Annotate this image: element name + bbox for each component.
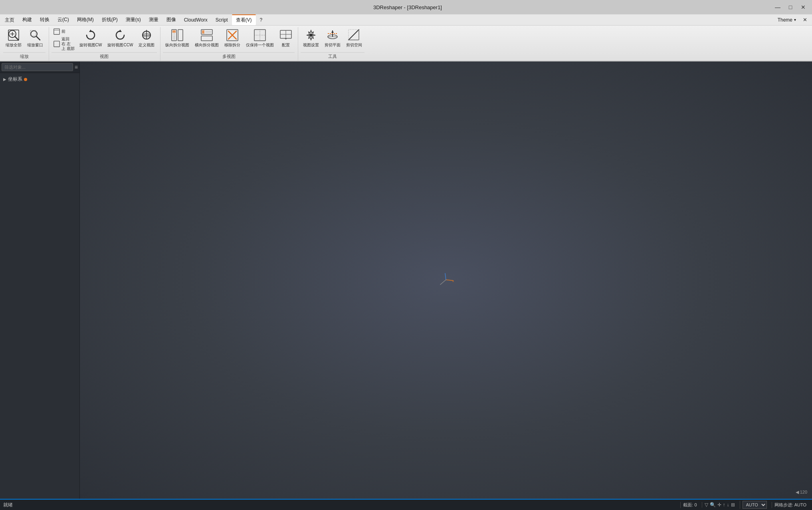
ribbon-close-button[interactable]: ✕	[800, 16, 810, 24]
menu-item-transform[interactable]: 转换	[36, 14, 53, 25]
menu-item-mesh[interactable]: 网格(M)	[73, 14, 98, 25]
remove-split-icon	[226, 29, 239, 42]
menu-item-image[interactable]: 图像	[162, 14, 180, 25]
clip-plane-icon	[326, 29, 339, 42]
maximize-button[interactable]: □	[785, 2, 796, 12]
view-group-label: 视图	[51, 52, 157, 61]
view-front-button[interactable]: 前	[51, 27, 76, 36]
status-right: 截面: 0 ▽ 🔍 ✛ ↑ ↓ ⊞ AUTO 网格步进: AUTO	[680, 501, 809, 509]
view-settings-label: 视图设置	[303, 43, 319, 48]
auto-select[interactable]: AUTO	[743, 501, 767, 509]
keep-one-icon	[254, 29, 266, 42]
rotate-ccw-label: 旋转视图CCW	[107, 43, 133, 48]
down-icon[interactable]: ↓	[727, 502, 729, 508]
ribbon-zoom-items: 缩放全部 缩放窗口	[3, 27, 46, 52]
status-bar: 就绪 截面: 0 ▽ 🔍 ✛ ↑ ↓ ⊞ AUTO 网格步进: AUTO	[0, 499, 812, 510]
zoom-all-button[interactable]: 缩放全部	[3, 27, 24, 49]
ribbon-multiview-items: 纵向拆分视图 横向拆分视图	[163, 27, 295, 52]
zoom-window-button[interactable]: 缩放窗口	[25, 27, 46, 49]
minimize-button[interactable]: —	[772, 2, 783, 12]
define-view-label: 定义视图	[139, 43, 154, 48]
svg-marker-17	[146, 30, 147, 32]
auto-section: AUTO	[740, 501, 769, 509]
tree-dot-icon	[24, 78, 27, 81]
ribbon-group-tools: 视图设置 剪切平面	[299, 27, 368, 61]
ribbon-group-multiview: 纵向拆分视图 横向拆分视图	[161, 27, 298, 61]
menu-item-cloud[interactable]: 云(C)	[53, 14, 73, 25]
config-button[interactable]: 配置	[277, 27, 295, 49]
close-button[interactable]: ✕	[798, 2, 809, 12]
keep-one-button[interactable]: 仅保持一个视图	[244, 27, 276, 49]
clip-space-button[interactable]: 剪切空间	[344, 27, 364, 49]
title-bar: 3DReshaper - [3DReshaper1] — □ ✕	[0, 0, 812, 14]
svg-rect-25	[202, 30, 204, 34]
view-settings-icon	[305, 29, 317, 42]
split-horizontal-button[interactable]: 横向拆分视图	[192, 27, 221, 49]
svg-line-1	[15, 36, 18, 40]
menu-item-home[interactable]: 主页	[1, 14, 18, 25]
svg-marker-11	[89, 30, 92, 32]
split-horizontal-icon	[200, 29, 213, 42]
ribbon-content: 缩放全部 缩放窗口 缩放	[0, 26, 812, 61]
tools-group-label: 工具	[301, 52, 364, 61]
rotate-cw-button[interactable]: 旋转视图CW	[77, 27, 105, 49]
up-icon[interactable]: ↑	[723, 502, 725, 508]
menu-item-polyline[interactable]: 折线(P)	[98, 14, 122, 25]
tree-item-coordinate[interactable]: ▶ 坐标系	[2, 75, 78, 84]
grid-icon[interactable]: ⊞	[731, 502, 735, 508]
zoom-window-label: 缩放窗口	[27, 43, 43, 48]
split-vertical-icon	[171, 29, 184, 42]
menu-item-measure-s[interactable]: 测量(s)	[122, 14, 145, 25]
svg-line-48	[445, 273, 446, 280]
multiview-group-label: 多视图	[163, 52, 295, 61]
section-count: 截面: 0	[680, 502, 699, 508]
theme-button[interactable]: Theme ▾	[774, 16, 799, 24]
svg-line-6	[36, 36, 40, 40]
view-back-button[interactable]: 返回右 左上 底部	[51, 36, 76, 52]
remove-split-button[interactable]: 移除拆分	[222, 27, 243, 49]
menu-item-help[interactable]: ?	[256, 14, 267, 25]
zoom-window-icon	[29, 29, 42, 42]
view-front-label: 前	[61, 29, 65, 34]
define-view-button[interactable]: 定义视图	[136, 27, 157, 49]
sidebar-filter: ≡	[0, 62, 79, 73]
ribbon-group-view: 前 返回右 左上 底部	[50, 27, 160, 61]
keep-one-label: 仅保持一个视图	[246, 43, 274, 48]
svg-rect-8	[54, 29, 59, 34]
menu-item-build[interactable]: 构建	[18, 14, 36, 25]
clip-space-label: 剪切空间	[346, 43, 362, 48]
viewport[interactable]: x ◀ 120	[80, 62, 812, 499]
search-status-icon[interactable]: 🔍	[710, 502, 716, 508]
filter-input[interactable]	[2, 63, 73, 71]
svg-rect-24	[201, 36, 212, 41]
viewport-axis: x	[438, 272, 454, 289]
filter-icon[interactable]: ▽	[705, 502, 708, 508]
clip-plane-button[interactable]: 剪切平面	[322, 27, 343, 49]
define-view-icon	[140, 29, 153, 42]
theme-arrow-icon: ▾	[794, 18, 796, 22]
split-vertical-button[interactable]: 纵向拆分视图	[163, 27, 192, 49]
tree-item-label: 坐标系	[8, 76, 22, 83]
svg-point-37	[309, 34, 313, 37]
filter-menu-icon[interactable]: ≡	[75, 64, 78, 70]
zoom-indicator: ◀ 120	[796, 490, 807, 495]
view-settings-button[interactable]: 视图设置	[301, 27, 321, 49]
rotate-cw-icon	[84, 29, 97, 42]
grid-step-label: 网格步进: AUTO	[774, 502, 806, 508]
remove-split-label: 移除拆分	[224, 43, 240, 48]
menu-item-cloudworx[interactable]: CloudWorx	[180, 14, 212, 25]
move-icon[interactable]: ✛	[717, 502, 721, 508]
menu-item-view[interactable]: 查看(V)	[232, 14, 256, 25]
grid-step-section: 网格步进: AUTO	[772, 502, 809, 508]
view-back-label: 返回右 左上 底部	[61, 37, 75, 51]
ribbon: 缩放全部 缩放窗口 缩放	[0, 26, 812, 62]
menu-item-script[interactable]: Script	[212, 14, 232, 25]
theme-label: Theme	[778, 17, 792, 23]
menu-item-measure[interactable]: 测量	[145, 14, 162, 25]
config-icon	[279, 29, 292, 42]
clip-plane-label: 剪切平面	[325, 43, 341, 48]
rotate-ccw-icon	[114, 29, 127, 42]
ribbon-group-zoom: 缩放全部 缩放窗口 缩放	[2, 27, 49, 61]
rotate-ccw-button[interactable]: 旋转视图CCW	[105, 27, 135, 49]
svg-marker-41	[331, 30, 334, 33]
